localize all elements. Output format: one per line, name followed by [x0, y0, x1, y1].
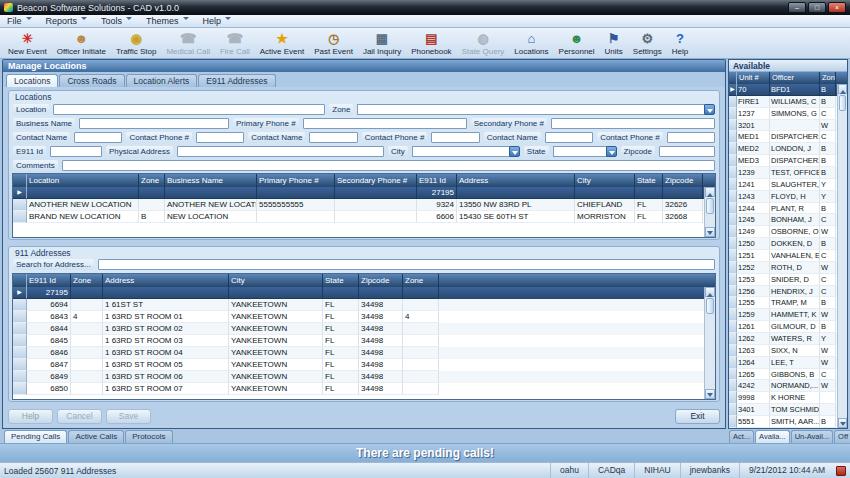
scroll-thumb[interactable] — [839, 95, 846, 111]
zipcode-input[interactable] — [659, 146, 715, 157]
toolbar-button-active-event[interactable]: ★Active Event — [255, 28, 309, 58]
scroll-up-icon[interactable] — [705, 187, 715, 197]
column-header[interactable]: City — [229, 274, 323, 287]
toolbar-button-past-event[interactable]: ◷Past Event — [309, 28, 358, 58]
tab-e911-addresses[interactable]: E911 Addresses — [198, 74, 275, 87]
toolbar-button-traffic-stop[interactable]: ◉Traffic Stop — [111, 28, 161, 58]
table-row[interactable]: 66941 61ST STYANKEETOWNFL34498 — [13, 299, 715, 311]
menu-item-help[interactable]: Help — [196, 15, 239, 28]
primary-phone-input[interactable] — [303, 118, 467, 129]
contact-name-input-3[interactable] — [545, 132, 593, 143]
menu-item-file[interactable]: File — [0, 15, 39, 28]
table-row[interactable]: ANOTHER NEW LOCATIONANOTHER NEW LOCATI..… — [13, 199, 715, 211]
table-row[interactable]: 1251VANHALEN, EC — [729, 250, 847, 262]
table-row[interactable]: 1244PLANT, RB — [729, 203, 847, 215]
tab-availa[interactable]: Availa... — [755, 430, 790, 443]
tab-pending-calls[interactable]: Pending Calls — [4, 430, 67, 443]
scroll-down-icon[interactable] — [705, 389, 715, 399]
table-row[interactable]: 68491 63RD ST ROOM 06YANKEETOWNFL34498 — [13, 371, 715, 383]
table-row[interactable]: 1239TEST, OFFICERB — [729, 167, 847, 179]
table-row[interactable]: BRAND NEW LOCATIONBNEW LOCATION660615430… — [13, 211, 715, 223]
table-row[interactable]: 1259HAMMETT, KW — [729, 309, 847, 321]
scroll-thumb[interactable] — [706, 198, 714, 214]
column-header[interactable]: Zipcode — [359, 274, 403, 287]
toolbar-button-help[interactable]: ?Help — [667, 28, 693, 58]
toolbar-button-settings[interactable]: ⚙Settings — [628, 28, 667, 58]
column-header[interactable]: Location — [27, 174, 139, 187]
comments-input[interactable] — [62, 160, 715, 171]
tab-un-avail[interactable]: Un-Avail... — [791, 430, 833, 443]
tab-off-d[interactable]: Off D... — [834, 430, 850, 443]
city-dropdown-icon[interactable] — [509, 146, 520, 157]
column-header[interactable]: Primary Phone # — [257, 174, 335, 187]
physical-address-input[interactable] — [177, 146, 384, 157]
city-combo[interactable] — [412, 146, 520, 157]
zone-combo[interactable] — [357, 104, 715, 115]
table-row[interactable]: 684341 63RD ST ROOM 01YANKEETOWNFL344984 — [13, 311, 715, 323]
minimize-button[interactable]: – — [788, 2, 806, 13]
scroll-down-icon[interactable] — [838, 418, 847, 428]
column-header[interactable]: State — [323, 274, 359, 287]
table-row[interactable]: 9998K HORNE — [729, 392, 847, 404]
menu-item-themes[interactable]: Themes — [139, 15, 196, 28]
state-input[interactable] — [553, 146, 606, 157]
toolbar-button-jail-inquiry[interactable]: ▦Jail Inquiry — [358, 28, 406, 58]
table-row[interactable]: 1237SIMMONS, GC — [729, 108, 847, 120]
table-row[interactable]: 5551SMITH, AAR...B — [729, 416, 847, 428]
column-header[interactable]: E911 Id — [27, 274, 71, 287]
exit-button[interactable]: Exit — [675, 409, 720, 424]
column-header[interactable]: Business Name — [165, 174, 257, 187]
table-row[interactable]: 1252ROTH, DW — [729, 262, 847, 274]
table-row[interactable]: 1249OSBORNE, OW — [729, 226, 847, 238]
table-row[interactable]: 1265GIBBONS, BC — [729, 369, 847, 381]
table-row[interactable]: 1256HENDRIX, JC — [729, 286, 847, 298]
city-input[interactable] — [412, 146, 509, 157]
table-row[interactable]: 68461 63RD ST ROOM 04YANKEETOWNFL34498 — [13, 347, 715, 359]
column-header[interactable]: City — [575, 174, 635, 187]
vertical-scrollbar[interactable] — [704, 187, 715, 237]
tab-protocols[interactable]: Protocols — [125, 430, 172, 443]
table-row[interactable]: 3201W — [729, 120, 847, 132]
column-header[interactable]: Zone — [71, 274, 103, 287]
toolbar-button-new-event[interactable]: ✳New Event — [3, 28, 52, 58]
contact-name-input-1[interactable] — [74, 132, 122, 143]
tab-active-calls[interactable]: Active Calls — [68, 430, 124, 443]
address-search-input[interactable] — [98, 259, 715, 270]
column-header[interactable]: Zone — [820, 72, 836, 84]
table-row[interactable]: 1255TRAMP, MB — [729, 297, 847, 309]
toolbar-button-units[interactable]: ⚑Units — [600, 28, 628, 58]
table-row[interactable]: MED3DISPATCHER3B — [729, 155, 847, 167]
table-row[interactable]: 1250DOKKEN, DB — [729, 238, 847, 250]
table-row[interactable]: ▶27195 — [13, 287, 715, 299]
table-row[interactable]: MED1DISPATCHER1C — [729, 131, 847, 143]
column-header[interactable]: State — [635, 174, 663, 187]
zone-dropdown-icon[interactable] — [704, 104, 715, 115]
column-header[interactable]: Unit # — [737, 72, 770, 84]
contact-phone-input-2[interactable] — [431, 132, 479, 143]
tab-cross-roads[interactable]: Cross Roads — [59, 74, 124, 87]
table-row[interactable]: 3401TOM SCHMIDT — [729, 404, 847, 416]
secondary-phone-input[interactable] — [551, 118, 715, 129]
tab-location-alerts[interactable]: Location Alerts — [126, 74, 198, 87]
vertical-scrollbar[interactable] — [704, 287, 715, 399]
table-row[interactable]: 1264LEE, TW — [729, 357, 847, 369]
contact-phone-input-1[interactable] — [196, 132, 244, 143]
close-button[interactable]: × — [828, 2, 846, 13]
toolbar-button-locations[interactable]: ⌂Locations — [509, 28, 553, 58]
table-row[interactable]: 68501 63RD ST ROOM 07YANKEETOWNFL34498 — [13, 383, 715, 395]
location-input[interactable] — [53, 104, 325, 115]
table-row[interactable]: 68471 63RD ST ROOM 05YANKEETOWNFL34498 — [13, 359, 715, 371]
table-row[interactable]: 1243FLOYD, HY — [729, 191, 847, 203]
scroll-up-icon[interactable] — [705, 287, 715, 297]
contact-name-input-2[interactable] — [309, 132, 357, 143]
zone-input[interactable] — [357, 104, 704, 115]
column-header[interactable]: Officer — [770, 72, 820, 84]
table-row[interactable]: 1261GILMOUR, DB — [729, 321, 847, 333]
vertical-scrollbar[interactable] — [837, 84, 847, 428]
column-header[interactable]: Address — [457, 174, 575, 187]
column-header[interactable]: Address — [103, 274, 229, 287]
tab-act[interactable]: Act... — [729, 430, 754, 443]
menu-item-reports[interactable]: Reports — [39, 15, 95, 28]
column-header[interactable]: Secondary Phone # — [335, 174, 417, 187]
scroll-up-icon[interactable] — [838, 84, 847, 94]
